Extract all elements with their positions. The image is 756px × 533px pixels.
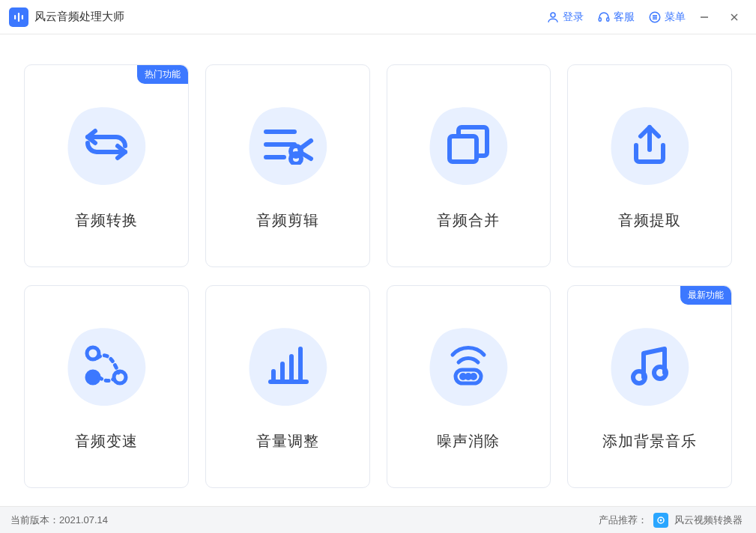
card-label: 音频转换	[75, 210, 138, 231]
recommend-label: 产品推荐：	[599, 514, 647, 527]
cut-icon	[243, 101, 333, 191]
minimize-button[interactable]	[693, 6, 716, 28]
recommend-area: 产品推荐： 风云视频转换器	[599, 513, 743, 528]
svg-point-35	[654, 367, 666, 379]
app-logo-icon	[9, 7, 28, 27]
extract-icon	[605, 101, 695, 191]
version-label: 当前版本：	[10, 514, 59, 527]
card-label: 音频剪辑	[256, 210, 319, 231]
bgm-icon	[605, 322, 695, 412]
recommend-link[interactable]: 风云视频转换器	[674, 514, 743, 527]
feature-card-merge[interactable]: 音频合并	[387, 64, 551, 267]
card-label: 音量调整	[256, 431, 319, 451]
svg-point-32	[467, 375, 471, 379]
svg-point-33	[472, 375, 476, 379]
svg-rect-0	[14, 15, 16, 19]
card-label: 音频合并	[437, 210, 500, 231]
login-button[interactable]: 登录	[546, 10, 584, 24]
feature-card-bgm[interactable]: 最新功能添加背景音乐	[567, 285, 732, 488]
menu-button[interactable]: 菜单	[648, 10, 686, 24]
svg-rect-1	[18, 13, 19, 22]
svg-point-3	[551, 13, 555, 17]
svg-rect-2	[22, 15, 23, 19]
version-value: 2021.07.14	[59, 514, 108, 526]
card-badge: 热门功能	[137, 65, 188, 84]
card-label: 噪声消除	[437, 431, 500, 451]
speed-icon	[61, 322, 151, 412]
statusbar: 当前版本： 2021.07.14 产品推荐： 风云视频转换器	[0, 506, 756, 533]
headset-icon	[597, 10, 611, 24]
merge-icon	[423, 101, 513, 191]
feature-card-convert[interactable]: 热门功能音频转换	[24, 64, 189, 267]
svg-rect-20	[450, 136, 477, 162]
card-badge: 最新功能	[680, 286, 731, 305]
feature-card-cut[interactable]: 音频剪辑	[205, 64, 370, 267]
svg-point-31	[462, 375, 465, 379]
minimize-icon	[699, 12, 710, 22]
card-label: 音频提取	[618, 210, 681, 231]
app-title: 风云音频处理大师	[34, 10, 124, 24]
close-button[interactable]	[723, 6, 746, 28]
svg-rect-5	[607, 17, 609, 21]
feature-card-volume[interactable]: 音量调整	[205, 285, 370, 488]
svg-rect-4	[599, 17, 601, 21]
volume-icon	[243, 322, 333, 412]
denoise-icon	[423, 322, 513, 412]
feature-card-extract[interactable]: 音频提取	[567, 64, 732, 267]
feature-grid: 热门功能音频转换音频剪辑音频合并音频提取音频变速音量调整噪声消除最新功能添加背景…	[0, 34, 756, 506]
recommend-logo-icon	[653, 513, 668, 528]
titlebar: 风云音频处理大师 登录 客服 菜单	[0, 0, 756, 34]
svg-point-37	[660, 519, 662, 521]
svg-line-18	[300, 141, 311, 149]
support-button[interactable]: 客服	[597, 10, 635, 24]
card-label: 添加背景音乐	[602, 431, 697, 451]
convert-icon	[61, 101, 151, 191]
feature-card-denoise[interactable]: 噪声消除	[387, 285, 551, 488]
close-icon	[729, 12, 740, 22]
menu-list-icon	[648, 10, 662, 24]
user-icon	[546, 10, 560, 24]
card-label: 音频变速	[75, 431, 138, 451]
svg-point-34	[633, 371, 645, 383]
feature-card-speed[interactable]: 音频变速	[24, 285, 189, 488]
